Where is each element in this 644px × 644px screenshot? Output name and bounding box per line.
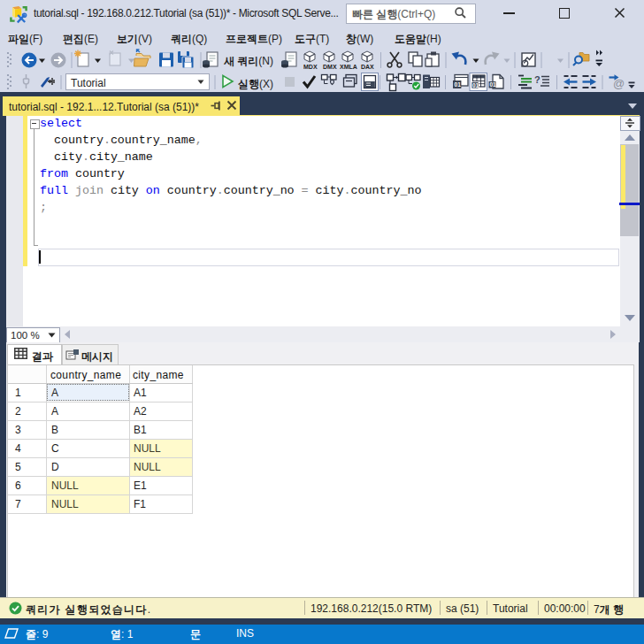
svg-text:?: ?: [534, 74, 540, 85]
svg-text:DMX: DMX: [323, 64, 337, 70]
svg-text:01: 01: [472, 82, 479, 88]
svg-text:MDX: MDX: [303, 64, 318, 70]
svg-text:01: 01: [455, 81, 462, 88]
svg-text:DAX: DAX: [361, 64, 374, 70]
svg-text:01: 01: [490, 81, 497, 88]
svg-text:@: @: [613, 77, 625, 90]
svg-text:XMLA: XMLA: [340, 64, 357, 70]
